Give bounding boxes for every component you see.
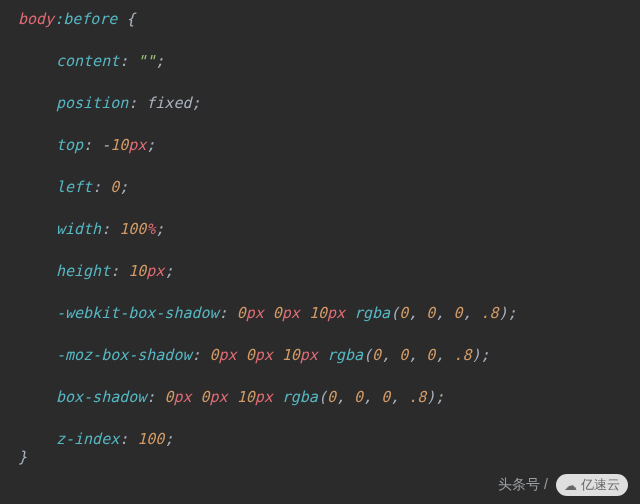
declaration-line: height: 10px; <box>18 262 622 280</box>
declaration-line: box-shadow: 0px 0px 10px rgba(0, 0, 0, .… <box>18 388 622 406</box>
token-punc: , <box>390 388 408 406</box>
close-brace-line: } <box>18 448 622 466</box>
token-punc: - <box>101 136 110 154</box>
pseudo-selector: :before <box>54 10 117 28</box>
footer-text: 头条号 / <box>498 476 548 494</box>
code-block: body:before { content: "";position: fixe… <box>0 0 640 476</box>
token-punc: ( <box>390 304 399 322</box>
token-num: 10 <box>128 262 146 280</box>
token-unit: px <box>300 346 327 364</box>
semicolon: ; <box>480 346 489 364</box>
token-num: 0 <box>354 388 363 406</box>
token-num: 100 <box>119 220 146 238</box>
token-punc: , <box>435 346 453 364</box>
token-unit: px <box>255 388 282 406</box>
token-punc: , <box>363 388 381 406</box>
colon: : <box>146 388 164 406</box>
token-num: .8 <box>453 346 471 364</box>
token-unit: px <box>173 388 200 406</box>
token-num: 0 <box>381 388 390 406</box>
css-property: box-shadow <box>56 388 146 406</box>
token-func: rgba <box>282 388 318 406</box>
token-num: .8 <box>480 304 498 322</box>
token-str: "" <box>137 52 155 70</box>
css-property: -moz-box-shadow <box>56 346 191 364</box>
token-num: .8 <box>408 388 426 406</box>
declaration-line: position: fixed; <box>18 94 622 112</box>
token-func: rgba <box>327 346 363 364</box>
semicolon: ; <box>155 220 164 238</box>
token-num: 0 <box>273 304 282 322</box>
token-num: 0 <box>426 346 435 364</box>
token-punc: ( <box>363 346 372 364</box>
token-punc: , <box>381 346 399 364</box>
token-num: 0 <box>201 388 210 406</box>
selector: body <box>18 10 54 28</box>
close-brace: } <box>18 448 27 466</box>
colon: : <box>219 304 237 322</box>
token-punc: ) <box>499 304 508 322</box>
token-unit: px <box>219 346 246 364</box>
token-unit: px <box>327 304 354 322</box>
css-property: -webkit-box-shadow <box>56 304 219 322</box>
declaration-line: left: 0; <box>18 178 622 196</box>
brand-text: 亿速云 <box>581 476 620 494</box>
token-punc: , <box>408 346 426 364</box>
cloud-icon: ☁ <box>564 478 577 493</box>
token-num: 0 <box>237 304 246 322</box>
css-property: content <box>56 52 119 70</box>
semicolon: ; <box>191 94 200 112</box>
footer: 头条号 / ☁ 亿速云 <box>498 474 628 496</box>
semicolon: ; <box>164 262 173 280</box>
token-unit: px <box>210 388 237 406</box>
token-num: 0 <box>372 346 381 364</box>
semicolon: ; <box>508 304 517 322</box>
token-punc: , <box>435 304 453 322</box>
css-property: height <box>56 262 110 280</box>
token-punc: , <box>408 304 426 322</box>
token-unit: px <box>282 304 309 322</box>
token-num: 0 <box>246 346 255 364</box>
open-brace: { <box>117 10 135 28</box>
semicolon: ; <box>119 178 128 196</box>
declaration-line: -webkit-box-shadow: 0px 0px 10px rgba(0,… <box>18 304 622 322</box>
css-property: width <box>56 220 101 238</box>
css-property: z-index <box>56 430 119 448</box>
declaration-line: z-index: 100; <box>18 430 622 448</box>
semicolon: ; <box>146 136 155 154</box>
token-func: rgba <box>354 304 390 322</box>
colon: : <box>119 430 137 448</box>
token-unit: px <box>246 304 273 322</box>
token-unit: % <box>146 220 155 238</box>
brand-badge: ☁ 亿速云 <box>556 474 628 496</box>
declaration-line: -moz-box-shadow: 0px 0px 10px rgba(0, 0,… <box>18 346 622 364</box>
css-property: left <box>56 178 92 196</box>
token-num: 0 <box>399 346 408 364</box>
semicolon: ; <box>155 52 164 70</box>
token-unit: px <box>128 136 146 154</box>
colon: : <box>119 52 137 70</box>
token-punc: ) <box>426 388 435 406</box>
token-num: 0 <box>426 304 435 322</box>
token-unit: px <box>146 262 164 280</box>
colon: : <box>128 94 146 112</box>
token-num: 10 <box>237 388 255 406</box>
token-num: 100 <box>137 430 164 448</box>
declaration-line: width: 100%; <box>18 220 622 238</box>
declaration-line: top: -10px; <box>18 136 622 154</box>
token-punc: , <box>336 388 354 406</box>
token-val: fixed <box>146 94 191 112</box>
token-num: 10 <box>282 346 300 364</box>
token-num: 10 <box>110 136 128 154</box>
semicolon: ; <box>435 388 444 406</box>
token-num: 0 <box>327 388 336 406</box>
css-property: position <box>56 94 128 112</box>
token-punc: , <box>462 304 480 322</box>
colon: : <box>101 220 119 238</box>
token-num: 0 <box>210 346 219 364</box>
token-unit: px <box>255 346 282 364</box>
colon: : <box>83 136 101 154</box>
selector-line: body:before { <box>18 10 622 28</box>
semicolon: ; <box>164 430 173 448</box>
declaration-line: content: ""; <box>18 52 622 70</box>
